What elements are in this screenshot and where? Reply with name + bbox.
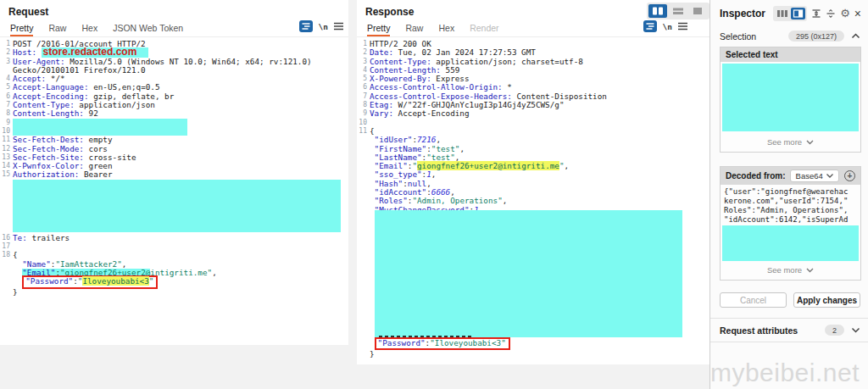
- newline-toggle-button[interactable]: \n: [319, 22, 328, 31]
- chevron-up-icon[interactable]: [851, 33, 860, 39]
- request-attributes-label: Request attributes: [720, 325, 798, 336]
- selected-text-section: Selected text See more: [720, 47, 861, 153]
- apply-changes-button[interactable]: Apply changes: [793, 292, 860, 308]
- selected-text-header: Selected text: [721, 47, 860, 62]
- see-more-label: See more: [767, 137, 802, 147]
- line-number: [357, 210, 370, 337]
- response-tabs: PrettyRawHexRender: [367, 23, 499, 36]
- decoded-redaction-block: [722, 225, 859, 261]
- decoding-format-value: Base64: [796, 171, 823, 181]
- tab-pretty[interactable]: Pretty: [367, 23, 390, 36]
- decoded-text: {"user":"giongfnef@wearehac kerone.com",…: [721, 185, 860, 225]
- selection-row[interactable]: Selection 295 (0x127): [710, 31, 868, 42]
- prettify-button[interactable]: [643, 20, 657, 32]
- line-number: [0, 288, 13, 297]
- line-number: 15: [0, 170, 13, 179]
- code-text: ,: [565, 161, 570, 170]
- line-number: [357, 197, 370, 205]
- line-number: [0, 269, 13, 277]
- request-tabs: PrettyRawHexJSON Web Token: [10, 23, 183, 36]
- collapse-all-button[interactable]: [826, 8, 836, 19]
- code-line: }: [357, 350, 709, 358]
- code-text: intigriti.me": [150, 268, 212, 277]
- line-number: 3: [0, 58, 13, 66]
- settings-gear-icon[interactable]: ⚙: [840, 8, 850, 19]
- inspector-panel: Inspector ⚙ × Selection 295 (0x127): [709, 0, 868, 389]
- code-line: "Password":"Iloveyoubabi<3": [0, 277, 348, 288]
- line-number: 9: [357, 109, 370, 118]
- tab-hex[interactable]: Hex: [81, 23, 97, 36]
- selection-label: Selection: [720, 31, 756, 42]
- editor-menu-button[interactable]: [678, 22, 687, 31]
- chevron-down-icon: [806, 140, 814, 145]
- line-number: 11: [357, 127, 370, 136]
- decoded-from-header: Decoded from: Base64 +: [721, 167, 860, 185]
- code-text: 92: [84, 108, 98, 118]
- code-line: [357, 210, 709, 337]
- cancel-button[interactable]: Cancel: [720, 292, 787, 308]
- decoding-format-select[interactable]: Base64: [790, 169, 839, 182]
- request-editor[interactable]: 1POST /2016-01/account HTTP/22Host: stor…: [0, 37, 348, 297]
- line-number: [357, 162, 370, 170]
- selected-text-see-more[interactable]: See more: [721, 133, 860, 152]
- line-number: 7: [0, 101, 13, 109]
- code-line: 17: [0, 242, 348, 251]
- line-number: [0, 260, 13, 269]
- code-text: Vary:: [370, 108, 393, 118]
- decoded-from-label: Decoded from:: [726, 171, 786, 181]
- line-number: [357, 145, 370, 153]
- line-number: 17: [0, 242, 13, 251]
- code-text: ,: [459, 144, 465, 153]
- editor-menu-button[interactable]: [334, 22, 343, 31]
- line-number: [0, 277, 13, 288]
- redaction-block: [13, 180, 341, 232]
- tab-json-web-token[interactable]: JSON Web Token: [113, 23, 183, 36]
- line-number: 12: [0, 145, 13, 153]
- line-number: 10: [357, 119, 370, 127]
- code-text: trailers: [27, 233, 70, 242]
- line-number: 14: [0, 162, 13, 170]
- add-decoding-layer-button[interactable]: +: [844, 170, 855, 181]
- prettify-button[interactable]: [299, 20, 313, 32]
- code-line: 9: [0, 119, 348, 127]
- code-text: ,: [503, 196, 508, 205]
- line-number: 2: [0, 48, 13, 57]
- password-highlight-red-box: "Password":"Iloveyoubabi<3": [375, 337, 510, 350]
- response-editor-toolbar: \n: [643, 20, 687, 32]
- line-number: 1: [357, 40, 370, 48]
- decoded-see-more[interactable]: See more: [721, 261, 860, 280]
- redaction-block: [13, 119, 187, 136]
- line-number: 10: [0, 127, 13, 136]
- line-number: [0, 180, 13, 234]
- line-number: 1: [0, 40, 13, 48]
- password-highlight-red-box: "Password":"Iloveyoubabi<3": [22, 275, 158, 288]
- request-tab-bar: PrettyRawHexJSON Web Token \n: [0, 19, 348, 37]
- code-text: Content-Length:: [13, 108, 84, 118]
- chevron-down-icon[interactable]: [851, 327, 860, 333]
- line-number: 6: [0, 92, 13, 101]
- code-text: "Password": [25, 276, 73, 286]
- line-number: [357, 170, 370, 179]
- tab-raw[interactable]: Raw: [405, 23, 423, 36]
- line-number: 18: [0, 251, 13, 259]
- layout-single-button: [693, 8, 702, 14]
- response-editor[interactable]: 1HTTP/2 200 OK2Date: Tue, 02 Jan 2024 17…: [357, 37, 709, 358]
- tab-hex[interactable]: Hex: [438, 23, 454, 36]
- request-panel-title: Request: [0, 0, 348, 19]
- expand-all-button[interactable]: [811, 8, 821, 19]
- line-number: [357, 153, 370, 162]
- line-number: 2: [357, 48, 370, 57]
- close-icon[interactable]: ×: [854, 8, 861, 19]
- code-line: [0, 180, 348, 234]
- code-text: [13, 276, 22, 286]
- newline-toggle-button[interactable]: \n: [663, 22, 672, 31]
- line-number: 4: [0, 75, 13, 83]
- line-number: 8: [0, 109, 13, 118]
- request-attributes-row[interactable]: Request attributes 2: [710, 319, 868, 342]
- tab-pretty[interactable]: Pretty: [10, 23, 33, 36]
- code-text: }: [13, 287, 18, 297]
- code-text: "Name": [22, 259, 51, 269]
- tab-raw[interactable]: Raw: [48, 23, 66, 36]
- line-number: [357, 339, 370, 350]
- code-text: Iloveyoubabi<3: [82, 276, 148, 286]
